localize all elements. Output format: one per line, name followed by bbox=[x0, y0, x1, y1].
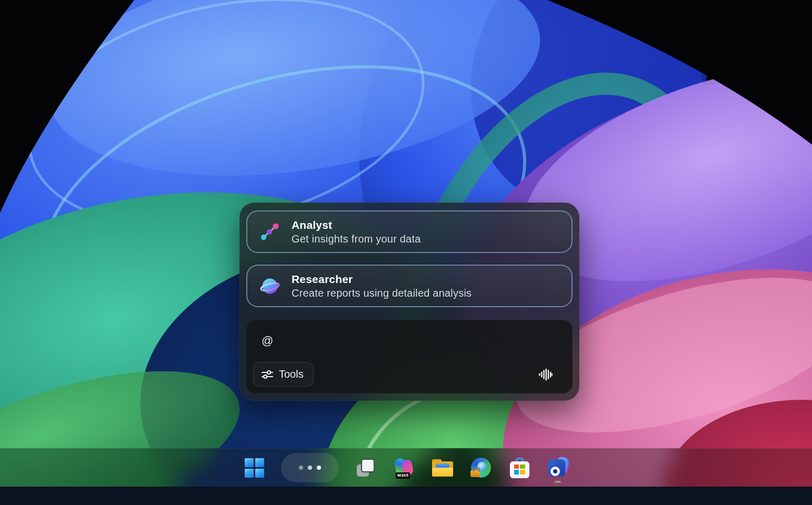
outlook-icon bbox=[547, 457, 568, 478]
bottom-letterbox bbox=[0, 487, 812, 505]
windows-logo-icon bbox=[245, 458, 264, 478]
start-button[interactable] bbox=[243, 452, 266, 483]
analyst-trend-dots-icon bbox=[260, 222, 280, 242]
suggestion-subtitle: Get insights from your data bbox=[292, 233, 421, 245]
task-view-button[interactable] bbox=[354, 452, 377, 483]
suggestion-title: Researcher bbox=[292, 273, 472, 286]
m365-copilot-app[interactable]: M365 bbox=[393, 452, 416, 483]
search-pill[interactable] bbox=[281, 453, 339, 482]
edge-briefcase-icon bbox=[470, 457, 492, 478]
composer-toolbar: Tools bbox=[253, 362, 566, 387]
taskbar-icon-row: M365 bbox=[243, 452, 569, 483]
file-explorer-app[interactable] bbox=[431, 452, 454, 483]
voice-waveform-icon[interactable] bbox=[534, 363, 557, 386]
windows-desktop: Analyst Get insights from your data bbox=[0, 0, 812, 505]
microsoft-store-app[interactable] bbox=[508, 452, 531, 483]
tools-label: Tools bbox=[279, 368, 304, 380]
suggestion-subtitle: Create reports using detailed analysis bbox=[292, 287, 472, 299]
store-bag-icon bbox=[510, 458, 529, 478]
copilot-flyout-panel: Analyst Get insights from your data bbox=[239, 203, 579, 401]
stacked-windows-icon bbox=[356, 458, 376, 478]
chat-input[interactable]: @ bbox=[253, 327, 566, 362]
tools-button[interactable]: Tools bbox=[253, 362, 314, 387]
suggestion-card-researcher[interactable]: Researcher Create reports using detailed… bbox=[246, 265, 573, 307]
taskbar: M365 bbox=[0, 448, 812, 487]
m365-badge: M365 bbox=[396, 472, 410, 479]
folder-icon bbox=[432, 459, 453, 477]
suggestion-texts: Researcher Create reports using detailed… bbox=[292, 273, 472, 299]
suggestion-title: Analyst bbox=[292, 219, 421, 231]
m365-copilot-ribbons-icon: M365 bbox=[393, 457, 415, 479]
running-indicator bbox=[555, 481, 561, 483]
suggestion-card-analyst[interactable]: Analyst Get insights from your data bbox=[246, 210, 573, 253]
chat-composer: @ Tools bbox=[246, 320, 573, 393]
sliders-icon bbox=[261, 369, 274, 380]
ellipsis-icon bbox=[299, 466, 321, 470]
researcher-planet-icon bbox=[260, 276, 280, 296]
suggestion-texts: Analyst Get insights from your data bbox=[292, 219, 421, 245]
outlook-app[interactable] bbox=[546, 452, 569, 483]
edge-app[interactable] bbox=[469, 452, 493, 483]
